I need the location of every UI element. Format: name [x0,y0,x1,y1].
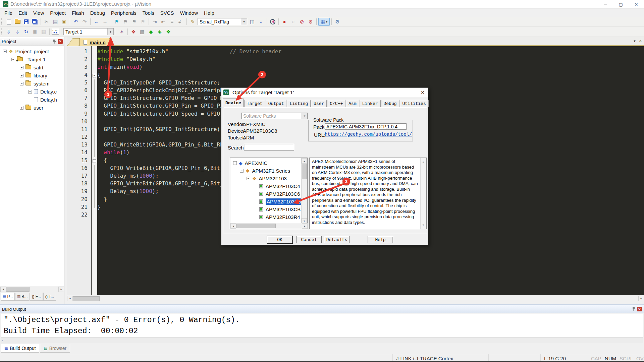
comment-icon[interactable]: ≡ [168,18,176,26]
manage-rte-icon[interactable]: ❖ [129,28,138,36]
menu-edit[interactable]: Edit [15,9,30,17]
project-tree-item-library[interactable]: +library [0,71,64,79]
target-select-combo[interactable]: Target 1▾ [63,28,114,35]
collapse-icon[interactable]: − [247,177,250,180]
navigate-back-icon[interactable]: ← [92,18,100,26]
expand-icon[interactable]: + [20,74,23,77]
dialog-tab-asm[interactable]: Asm [346,100,359,107]
editor-hscrollbar[interactable]: ◂ ▸ [67,295,644,302]
ok-button[interactable]: OK [267,236,292,243]
menu-file[interactable]: File [1,9,15,17]
project-tree-item-user[interactable]: +user [0,104,64,112]
expand-icon[interactable]: + [20,66,23,69]
dialog-title-bar[interactable]: V5 Options for Target 'Target 1' ✕ [221,88,428,97]
dialog-tab-device[interactable]: Device [223,99,244,107]
scroll-right-icon[interactable]: ▸ [58,287,64,292]
save-all-icon[interactable] [31,18,39,26]
maximize-icon[interactable]: ▢ [613,0,629,9]
scroll-left-icon[interactable]: ◂ [67,296,73,301]
device-list-hscrollbar[interactable]: ◂ ▸ [230,223,308,229]
chevron-down-icon[interactable]: ▾ [241,18,247,25]
dialog-tab-output[interactable]: Output [266,100,287,107]
panel-tab-p[interactable]: ▤P... [1,293,15,301]
build-output-hscrollbar[interactable]: ‹ [1,338,643,343]
dialog-tab-linker[interactable]: Linker [360,100,381,107]
chevron-down-icon[interactable]: ▾ [107,28,113,35]
device-item-apm32f1-series[interactable]: −❖APM32F1 Series [230,167,302,175]
project-tree-item-target-1[interactable]: −Target 1 [0,55,64,63]
collapse-icon[interactable]: − [20,82,23,85]
menu-project[interactable]: Project [47,9,69,17]
redo-icon[interactable]: ↷ [80,18,89,26]
kill-all-breakpoints-icon[interactable]: ⊗ [307,18,315,26]
collapse-icon[interactable]: − [11,58,15,61]
device-list-vscrollbar[interactable]: ▴ ▾ [301,158,307,224]
pin-icon[interactable] [631,307,636,311]
toolbar-grip[interactable] [1,18,3,25]
tab-build-output[interactable]: ▦Build Output [1,344,39,353]
tab-browser[interactable]: ▤Browser [40,344,70,353]
tab-main-c[interactable]: main.c [79,38,110,46]
copy-icon[interactable]: ▤ [51,18,59,26]
expand-icon[interactable]: + [28,90,32,94]
translate-file-icon[interactable]: ⇩ [5,28,13,36]
incremental-find-icon[interactable]: ⇣ [257,18,265,26]
navigate-forward-icon[interactable]: → [101,18,109,26]
description-scrollbar[interactable]: ▲ ▼ [420,158,426,229]
device-item-apm32f103cb[interactable]: APM32F103CB [230,205,302,213]
device-item-apm32f103c4[interactable]: APM32F103C4 [230,182,302,190]
tab-close-icon[interactable]: ✕ [639,39,642,43]
dialog-tab-utilities[interactable]: Utilities [400,100,429,107]
scroll-thumb[interactable] [6,287,30,292]
panel-tab-t[interactable]: ()T... [43,293,56,301]
collapse-icon[interactable]: − [233,161,237,165]
dialog-tab-listing[interactable]: Listing [287,100,311,107]
panel-tab-f[interactable]: {}F... [30,293,43,301]
tab-list-chevron-icon[interactable]: ▾ [634,39,636,43]
project-tree-item-system[interactable]: −system [0,79,64,87]
device-item-apm32f103[interactable]: −❖APM32F103 [230,175,302,182]
symbol-search-icon[interactable]: d [269,18,277,26]
help-button[interactable]: Help [368,236,393,243]
batch-build-icon[interactable]: ≣ [31,28,39,36]
bookmark-icon[interactable]: ⚑ [113,18,121,26]
save-icon[interactable] [22,18,30,26]
panel-tab-b[interactable]: ▥B... [15,293,30,301]
device-item-apm32f103c6[interactable]: APM32F103C6 [230,190,302,198]
project-panel-close-icon[interactable]: ✕ [58,39,63,44]
stop-build-icon[interactable]: ▦ [40,28,48,36]
rebuild-icon[interactable]: ↻ [22,28,30,36]
device-list[interactable]: −◆APEXMIC−❖APM32F1 Series−❖APM32F103APM3… [230,158,308,229]
fold-collapse-icon[interactable]: − [93,74,96,77]
rte-diamond-icon[interactable]: ◆ [147,28,155,36]
disable-all-breakpoints-icon[interactable]: ⊘ [298,18,306,26]
close-icon[interactable]: ✕ [629,0,644,9]
options-for-target-icon[interactable]: ✶ [118,28,126,36]
debug-windows-icon[interactable]: ▦▾ [318,18,330,26]
menu-flash[interactable]: Flash [69,9,87,17]
scroll-right-icon[interactable]: ▸ [302,223,308,229]
defaults-button[interactable]: Defaults [324,236,350,243]
project-tree-item-delay-h[interactable]: Delay.h [0,96,64,104]
unindent-icon[interactable]: ⇤ [159,18,167,26]
menu-svcs[interactable]: SVCS [157,9,177,17]
select-packs-icon[interactable]: ◈ [156,28,164,36]
dialog-tab-target[interactable]: Target [244,100,265,107]
disable-breakpoint-icon[interactable]: ○ [289,18,297,26]
scroll-left-icon[interactable]: ◂ [0,287,6,292]
build-output-close-icon[interactable]: ✕ [637,307,642,311]
dialog-tab-user[interactable]: User [311,100,327,107]
device-item-apexmic[interactable]: −◆APEXMIC [230,159,302,167]
bookmark-clear-icon[interactable]: ⚑ [139,18,147,26]
cut-icon[interactable]: ✂ [43,18,51,26]
build-icon[interactable]: ⇓ [13,28,21,36]
pack-url-link[interactable]: https://geehy.com/uploads/tool/ [325,132,412,137]
indent-icon[interactable]: ⇥ [151,18,159,26]
menu-help[interactable]: Help [201,9,217,17]
new-file-icon[interactable] [5,18,13,26]
find-in-files-icon[interactable]: ◫ [248,18,256,26]
menu-window[interactable]: Window [177,9,201,17]
bookmark-next-icon[interactable]: ⚑ [121,18,129,26]
search-input[interactable] [244,144,294,150]
project-tree-item-project-project[interactable]: −❖Project: project [0,47,64,55]
